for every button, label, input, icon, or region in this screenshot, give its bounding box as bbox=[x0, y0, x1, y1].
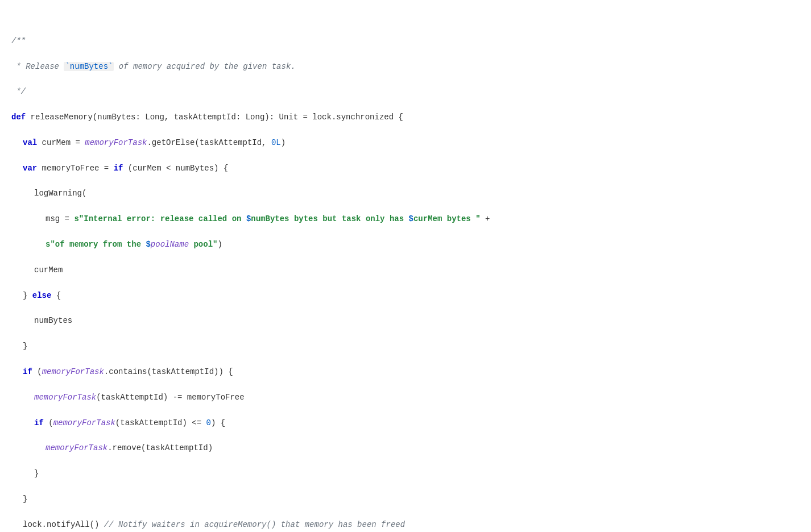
line-14: if (memoryForTask.contains(taskAttemptId… bbox=[11, 365, 800, 378]
line-13: } bbox=[11, 340, 800, 352]
line-11: } else { bbox=[11, 289, 800, 302]
code-block: /** * Release `numBytes` of memory acqui… bbox=[11, 9, 800, 532]
line-6: var memoryToFree = if (curMem < numBytes… bbox=[11, 162, 800, 174]
line-1: /** bbox=[11, 35, 800, 47]
line-2: * Release `numBytes` of memory acquired … bbox=[11, 60, 800, 73]
line-20: lock.notifyAll() // Notify waiters in ac… bbox=[11, 518, 800, 531]
line-3: */ bbox=[11, 85, 800, 98]
line-15: memoryForTask(taskAttemptId) -= memoryTo… bbox=[11, 391, 800, 404]
line-12: numBytes bbox=[11, 314, 800, 327]
line-7: logWarning( bbox=[11, 187, 800, 200]
code-container: /** * Release `numBytes` of memory acqui… bbox=[0, 0, 811, 532]
line-5: val curMem = memoryForTask.getOrElse(tas… bbox=[11, 136, 800, 149]
line-18: } bbox=[11, 467, 800, 480]
line-10: curMem bbox=[11, 264, 800, 276]
line-8: msg = s"Internal error: release called o… bbox=[11, 213, 800, 225]
line-19: } bbox=[11, 493, 800, 505]
line-16: if (memoryForTask(taskAttemptId) <= 0) { bbox=[11, 417, 800, 429]
line-17: memoryForTask.remove(taskAttemptId) bbox=[11, 442, 800, 454]
line-4: def releaseMemory(numBytes: Long, taskAt… bbox=[11, 111, 800, 123]
line-9: s"of memory from the $poolName pool") bbox=[11, 238, 800, 251]
